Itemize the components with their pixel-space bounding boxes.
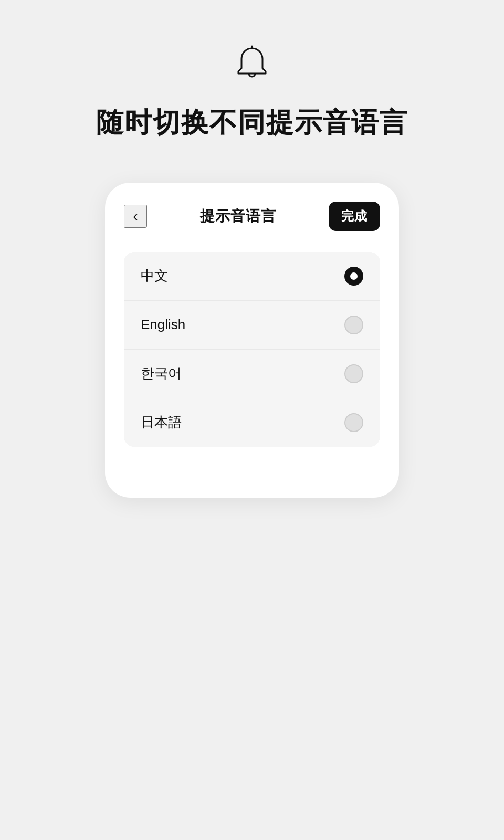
radio-inner-zh [350, 272, 358, 280]
top-section: 随时切换不同提示音语言 [96, 42, 408, 141]
list-item-ja[interactable]: 日本語 [124, 398, 380, 447]
list-item-zh[interactable]: 中文 [124, 252, 380, 301]
radio-zh[interactable] [344, 267, 363, 286]
lang-label-en: English [141, 317, 185, 333]
nav-title: 提示音语言 [200, 206, 276, 226]
radio-ja[interactable] [344, 413, 363, 432]
headline: 随时切换不同提示音语言 [96, 105, 408, 141]
radio-en[interactable] [344, 316, 363, 334]
back-button[interactable]: ‹ [124, 205, 147, 228]
nav-bar: ‹ 提示音语言 完成 [105, 183, 399, 244]
lang-label-ko: 한국어 [141, 364, 182, 383]
bell-icon [231, 42, 273, 84]
lang-label-ja: 日本語 [141, 413, 182, 432]
lang-label-zh: 中文 [141, 267, 168, 285]
list-item-ko[interactable]: 한국어 [124, 350, 380, 398]
back-icon: ‹ [133, 209, 138, 224]
list-item-en[interactable]: English [124, 301, 380, 350]
phone-card: ‹ 提示音语言 完成 中文 English 한국어 日本語 [105, 183, 399, 498]
done-button[interactable]: 完成 [329, 202, 380, 231]
language-list: 中文 English 한국어 日本語 [124, 252, 380, 447]
radio-ko[interactable] [344, 364, 363, 383]
